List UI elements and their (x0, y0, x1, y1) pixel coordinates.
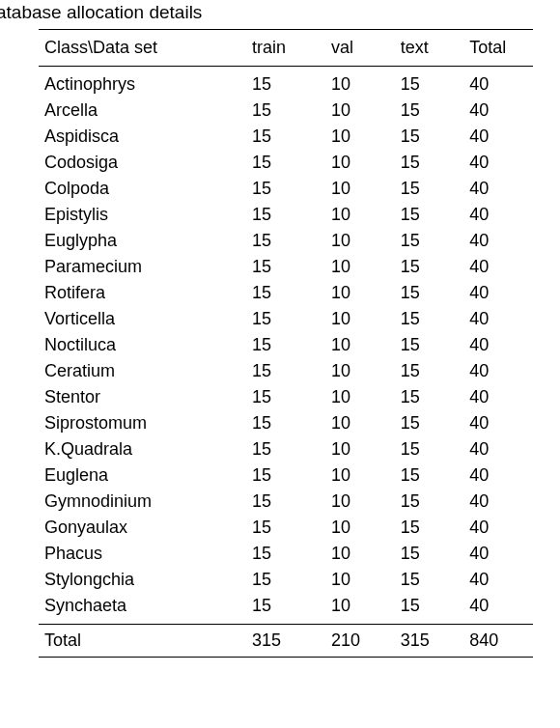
cell-class: Arcella (39, 98, 246, 124)
cell-total: 40 (463, 280, 533, 306)
cell-text: 15 (395, 67, 464, 98)
table-row: Paramecium15101540 (39, 254, 533, 280)
cell-total-train: 315 (246, 625, 325, 658)
cell-class: Euglypha (39, 228, 246, 254)
cell-class: Rotifera (39, 280, 246, 306)
cell-class: Vorticella (39, 306, 246, 332)
cell-total: 40 (463, 202, 533, 228)
cell-train: 15 (246, 228, 325, 254)
cell-class: Noctiluca (39, 332, 246, 358)
table-row: Stylongchia15101540 (39, 567, 533, 593)
cell-text: 15 (395, 515, 464, 541)
cell-train: 15 (246, 489, 325, 515)
cell-text: 15 (395, 462, 464, 489)
cell-val: 10 (325, 98, 395, 124)
cell-val: 10 (325, 567, 395, 593)
cell-total-val: 210 (325, 625, 395, 658)
cell-total-grand: 840 (463, 625, 533, 658)
table-row: Stentor15101540 (39, 384, 533, 410)
col-header-text: text (395, 30, 464, 67)
cell-total: 40 (463, 358, 533, 384)
cell-class: Phacus (39, 541, 246, 567)
cell-class: Siprostomum (39, 410, 246, 436)
cell-val: 10 (325, 306, 395, 332)
cell-text: 15 (395, 567, 464, 593)
col-header-val: val (325, 30, 395, 67)
cell-train: 15 (246, 67, 325, 98)
cell-class: Aspidisca (39, 124, 246, 150)
cell-train: 15 (246, 124, 325, 150)
table-row: Euglena15101540 (39, 462, 533, 489)
cell-class: Stylongchia (39, 567, 246, 593)
cell-total: 40 (463, 541, 533, 567)
cell-train: 15 (246, 202, 325, 228)
cell-class: K.Quadrala (39, 436, 246, 462)
cell-val: 10 (325, 489, 395, 515)
cell-class: Euglena (39, 462, 246, 489)
cell-train: 15 (246, 358, 325, 384)
cell-text: 15 (395, 176, 464, 202)
col-header-total: Total (463, 30, 533, 67)
cell-train: 15 (246, 332, 325, 358)
table-row: Phacus15101540 (39, 541, 533, 567)
cell-text: 15 (395, 358, 464, 384)
cell-class: Stentor (39, 384, 246, 410)
col-header-class: Class\Data set (39, 30, 246, 67)
table-row: Noctiluca15101540 (39, 332, 533, 358)
cell-text: 15 (395, 332, 464, 358)
col-header-train: train (246, 30, 325, 67)
table-row: Arcella15101540 (39, 98, 533, 124)
cell-total: 40 (463, 98, 533, 124)
cell-val: 10 (325, 202, 395, 228)
table-row: Siprostomum15101540 (39, 410, 533, 436)
table-row: Colpoda15101540 (39, 176, 533, 202)
cell-class: Ceratium (39, 358, 246, 384)
cell-val: 10 (325, 176, 395, 202)
cell-train: 15 (246, 280, 325, 306)
cell-val: 10 (325, 124, 395, 150)
cell-text: 15 (395, 410, 464, 436)
table-row: Gonyaulax15101540 (39, 515, 533, 541)
cell-total: 40 (463, 436, 533, 462)
cell-val: 10 (325, 228, 395, 254)
table-row: Ceratium15101540 (39, 358, 533, 384)
table-row: Vorticella15101540 (39, 306, 533, 332)
cell-train: 15 (246, 567, 325, 593)
table-row: Synchaeta15101540 (39, 593, 533, 625)
table-header-row: Class\Data set train val text Total (39, 30, 533, 67)
cell-total: 40 (463, 124, 533, 150)
cell-total: 40 (463, 489, 533, 515)
cell-text: 15 (395, 306, 464, 332)
cell-class: Codosiga (39, 150, 246, 176)
cell-text: 15 (395, 150, 464, 176)
cell-val: 10 (325, 67, 395, 98)
cell-train: 15 (246, 306, 325, 332)
cell-train: 15 (246, 150, 325, 176)
cell-val: 10 (325, 254, 395, 280)
cell-total: 40 (463, 176, 533, 202)
cell-text: 15 (395, 202, 464, 228)
table-row: Aspidisca15101540 (39, 124, 533, 150)
table-row: Euglypha15101540 (39, 228, 533, 254)
cell-text: 15 (395, 593, 464, 625)
cell-class: Gonyaulax (39, 515, 246, 541)
cell-total: 40 (463, 462, 533, 489)
cell-val: 10 (325, 280, 395, 306)
cell-val: 10 (325, 332, 395, 358)
cell-total: 40 (463, 67, 533, 98)
cell-val: 10 (325, 410, 395, 436)
cell-text: 15 (395, 436, 464, 462)
cell-text: 15 (395, 98, 464, 124)
cell-total: 40 (463, 306, 533, 332)
cell-train: 15 (246, 410, 325, 436)
cell-train: 15 (246, 593, 325, 625)
cell-class: Colpoda (39, 176, 246, 202)
cell-train: 15 (246, 254, 325, 280)
cell-val: 10 (325, 150, 395, 176)
cell-text: 15 (395, 384, 464, 410)
table-row: Rotifera15101540 (39, 280, 533, 306)
cell-text: 15 (395, 489, 464, 515)
cell-train: 15 (246, 176, 325, 202)
cell-val: 10 (325, 593, 395, 625)
cell-text: 15 (395, 228, 464, 254)
